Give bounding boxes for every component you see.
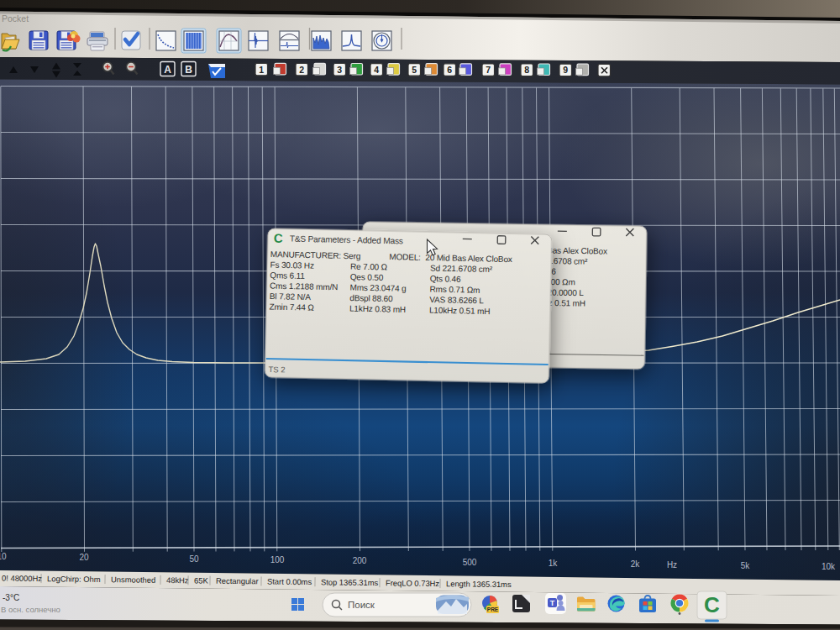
svg-text:Re 7.00 Ω: Re 7.00 Ω	[350, 262, 388, 272]
svg-text:100: 100	[270, 555, 285, 564]
svg-text:Start 0.00ms: Start 0.00ms	[267, 576, 312, 586]
svg-text:Mms 23.0474 g: Mms 23.0474 g	[349, 283, 406, 293]
svg-text:Sd 221.6708 cm²: Sd 221.6708 cm²	[430, 264, 493, 275]
svg-text:Zmin 7.44 Ω: Zmin 7.44 Ω	[269, 302, 314, 312]
svg-text:Поиск: Поиск	[348, 600, 375, 610]
svg-text:Rms 0.71 Ωm: Rms 0.71 Ωm	[429, 285, 480, 295]
svg-text:Qts 0.46: Qts 0.46	[430, 274, 461, 284]
svg-text:6: 6	[447, 65, 452, 75]
svg-text:3: 3	[337, 65, 342, 75]
svg-text:Pocket: Pocket	[2, 13, 29, 24]
svg-text:2: 2	[299, 65, 304, 75]
svg-text:TS 2: TS 2	[268, 365, 285, 374]
svg-text:MANUFACTURER: Serg: MANUFACTURER: Serg	[270, 249, 361, 260]
svg-text:500: 500	[463, 558, 477, 567]
svg-text:10: 10	[0, 552, 7, 561]
svg-text:-3°C: -3°C	[3, 593, 19, 602]
svg-text:Qes 0.50: Qes 0.50	[350, 272, 384, 282]
svg-text:4: 4	[374, 65, 379, 75]
svg-text:7: 7	[486, 65, 491, 75]
svg-text:T: T	[550, 599, 555, 607]
svg-text:5k: 5k	[741, 561, 751, 570]
svg-text:20: 20	[79, 553, 89, 562]
svg-text:В осн. солнечно: В осн. солнечно	[1, 605, 60, 614]
svg-text:1k: 1k	[549, 559, 559, 568]
svg-text:Qms 6.11: Qms 6.11	[270, 270, 305, 281]
svg-text:Cms 1.2188 mm/N: Cms 1.2188 mm/N	[270, 281, 338, 292]
svg-text:2k: 2k	[631, 559, 641, 569]
svg-text:VAS 83.6266 L: VAS 83.6266 L	[429, 295, 484, 305]
svg-text:0! 48000Hz: 0! 48000Hz	[2, 574, 42, 584]
svg-text:FreqLO 0.73Hz: FreqLO 0.73Hz	[386, 578, 440, 588]
svg-text:Stop 1365.31ms: Stop 1365.31ms	[321, 577, 379, 587]
svg-text:Rectangular: Rectangular	[216, 576, 259, 586]
svg-text:1: 1	[259, 65, 264, 75]
svg-text:C: C	[704, 592, 720, 617]
svg-text:A: A	[164, 64, 171, 76]
svg-text:5: 5	[412, 65, 417, 75]
svg-text:MODEL:: MODEL:	[389, 252, 421, 262]
svg-text:20 Mid Bas Alex CloBox: 20 Mid Bas Alex CloBox	[425, 253, 512, 264]
svg-text:8: 8	[524, 65, 529, 75]
svg-text:48kHz: 48kHz	[166, 575, 189, 585]
svg-text:Bl 7.82 N/A: Bl 7.82 N/A	[270, 291, 312, 302]
svg-text:LogChirp: Ohm: LogChirp: Ohm	[47, 574, 101, 584]
svg-text:Fs 30.03 Hz: Fs 30.03 Hz	[270, 260, 314, 270]
svg-text:Length 1365.31ms: Length 1365.31ms	[446, 579, 512, 589]
svg-text:9: 9	[563, 65, 568, 75]
svg-text:65K: 65K	[194, 575, 209, 585]
svg-text:C: C	[274, 231, 283, 245]
svg-text:Hz: Hz	[667, 560, 677, 570]
svg-text:Unsmoothed: Unsmoothed	[111, 575, 155, 585]
svg-text:PRE: PRE	[487, 606, 499, 612]
svg-text:L1kHz 0.83 mH: L1kHz 0.83 mH	[349, 304, 406, 314]
svg-text:200: 200	[353, 556, 367, 565]
svg-text:L10kHz 0.51 mH: L10kHz 0.51 mH	[429, 306, 491, 317]
svg-text:50: 50	[189, 554, 199, 564]
svg-text:10k: 10k	[822, 562, 836, 571]
svg-text:B: B	[185, 64, 192, 76]
svg-text:dBspl 88.60: dBspl 88.60	[349, 293, 393, 303]
